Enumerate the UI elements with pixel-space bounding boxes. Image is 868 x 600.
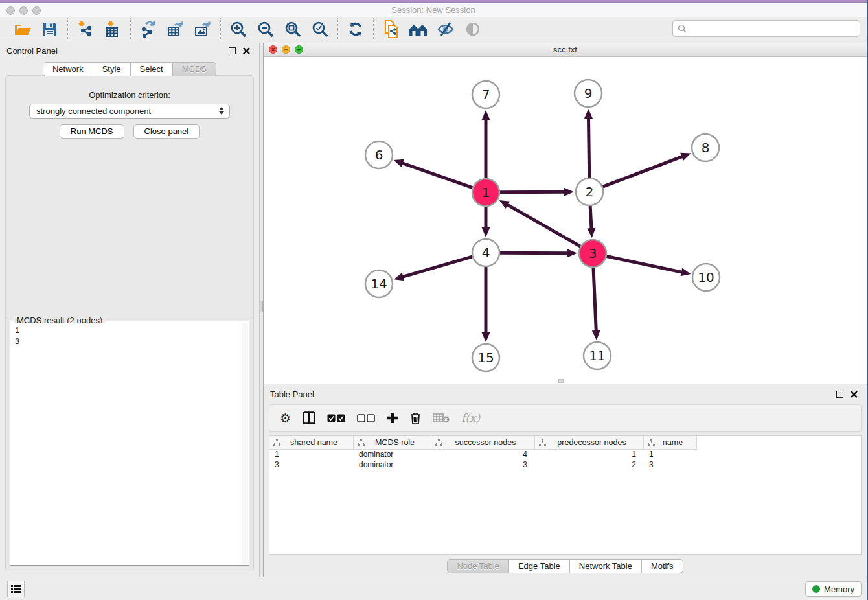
- node-table[interactable]: shared nameMCDS rolesuccessor nodesprede…: [269, 435, 862, 555]
- clone-network-icon[interactable]: [380, 19, 402, 40]
- edge-1-6[interactable]: [402, 163, 472, 187]
- column-header-MCDS-role[interactable]: MCDS role: [354, 436, 431, 450]
- attribute-icon: [435, 439, 443, 446]
- arrowhead-1-4: [482, 227, 490, 237]
- tab-style[interactable]: Style: [93, 62, 131, 76]
- add-column-icon[interactable]: [387, 412, 398, 424]
- edge-3-10[interactable]: [607, 257, 683, 273]
- node-label-4: 4: [482, 245, 490, 260]
- open-session-icon[interactable]: [12, 19, 34, 40]
- cell-shared-name[interactable]: 3: [269, 460, 354, 470]
- window-title: Session: New Session: [0, 5, 867, 15]
- arrowhead-4-14: [394, 273, 404, 281]
- table-row[interactable]: 1dominator411: [269, 450, 861, 460]
- table-tab-edge-table[interactable]: Edge Table: [508, 559, 570, 573]
- arrowhead-3-10: [680, 268, 691, 277]
- edge-4-3[interactable]: [500, 253, 569, 253]
- table-settings-icon[interactable]: ⚙: [280, 411, 291, 425]
- edge-1-2[interactable]: [500, 192, 565, 192]
- float-table-panel-icon[interactable]: [836, 391, 843, 398]
- zoom-fit-icon[interactable]: [282, 19, 304, 40]
- main-toolbar: [0, 17, 867, 41]
- table-tab-node-table[interactable]: Node Table: [447, 559, 509, 573]
- column-header-shared-name[interactable]: shared name: [269, 436, 354, 450]
- edge-3-11[interactable]: [593, 268, 596, 332]
- search-icon: [678, 24, 687, 33]
- control-panel-header: Control Panel: [0, 43, 259, 60]
- export-network-icon[interactable]: [137, 19, 159, 40]
- memory-button[interactable]: Memory: [805, 581, 862, 597]
- criterion-dropdown[interactable]: strongly connected component: [29, 104, 230, 119]
- search-field[interactable]: [672, 20, 860, 37]
- arrowhead-1-7: [482, 110, 490, 120]
- zoom-selected-icon[interactable]: [309, 19, 331, 40]
- network-canvas[interactable]: 1234678910111415: [264, 57, 867, 384]
- node-label-11: 11: [589, 348, 605, 363]
- attribute-icon: [647, 439, 656, 446]
- function-builder-icon: f(x): [461, 411, 480, 424]
- save-session-icon[interactable]: [39, 19, 61, 40]
- tab-network[interactable]: Network: [43, 62, 93, 76]
- table-tab-network-table[interactable]: Network Table: [569, 559, 642, 573]
- table-panel-header: Table Panel: [264, 386, 867, 403]
- cell-successor-nodes[interactable]: 4: [431, 450, 535, 460]
- import-network-icon[interactable]: [74, 19, 97, 40]
- delete-table-icon[interactable]: [433, 413, 450, 423]
- network-graph: 1234678910111415: [264, 57, 867, 384]
- delete-column-icon[interactable]: [410, 411, 421, 424]
- canvas-grip[interactable]: [558, 379, 564, 383]
- cell-successor-nodes[interactable]: 3: [431, 460, 535, 470]
- edge-2-9[interactable]: [588, 117, 589, 178]
- node-label-10: 10: [698, 270, 714, 285]
- float-panel-icon[interactable]: [229, 47, 236, 54]
- import-table-icon[interactable]: [102, 19, 124, 40]
- deselect-all-icon[interactable]: [357, 414, 375, 422]
- select-all-icon[interactable]: [327, 414, 345, 422]
- column-layout-icon[interactable]: [303, 411, 315, 424]
- vertical-splitter[interactable]: [259, 43, 264, 577]
- export-image-icon[interactable]: [192, 19, 214, 40]
- edge-3-1[interactable]: [507, 204, 580, 246]
- export-table-icon[interactable]: [165, 19, 187, 40]
- cell-name[interactable]: 3: [644, 460, 697, 470]
- cell-MCDS-role[interactable]: dominator: [354, 460, 431, 470]
- tab-select[interactable]: Select: [130, 62, 173, 76]
- edge-4-14[interactable]: [402, 257, 472, 277]
- table-row[interactable]: 3dominator323: [269, 460, 861, 470]
- hide-selected-icon[interactable]: [435, 19, 457, 40]
- edge-2-8[interactable]: [603, 156, 683, 187]
- mcds-result-text[interactable]: 1 3: [11, 323, 241, 564]
- column-header-name[interactable]: name: [644, 436, 697, 450]
- node-label-3: 3: [589, 246, 597, 261]
- result-scrollbar[interactable]: [242, 323, 248, 564]
- titlebar: Session: New Session: [0, 3, 867, 17]
- zoom-in-icon[interactable]: [227, 19, 249, 40]
- close-panel-icon[interactable]: [242, 47, 251, 55]
- zoom-out-icon[interactable]: [255, 19, 277, 40]
- show-all-icon[interactable]: [462, 19, 484, 40]
- node-label-7: 7: [482, 87, 490, 102]
- arrowhead-3-11: [592, 330, 600, 340]
- table-tab-motifs[interactable]: Motifs: [641, 559, 683, 573]
- memory-status-icon: [812, 585, 820, 593]
- cell-predecessor-nodes[interactable]: 2: [535, 460, 644, 470]
- column-header-predecessor-nodes[interactable]: predecessor nodes: [535, 436, 644, 450]
- splitter-grip[interactable]: [260, 301, 263, 312]
- close-table-panel-icon[interactable]: [850, 390, 858, 398]
- column-header-successor-nodes[interactable]: successor nodes: [431, 436, 535, 450]
- cell-name[interactable]: 1: [644, 450, 697, 460]
- attribute-icon: [273, 439, 281, 446]
- cell-shared-name[interactable]: 1: [269, 450, 354, 460]
- run-mcds-button[interactable]: Run MCDS: [60, 124, 124, 139]
- cell-MCDS-role[interactable]: dominator: [354, 450, 431, 460]
- tab-mcds[interactable]: MCDS: [172, 62, 216, 76]
- task-history-button[interactable]: [7, 581, 25, 597]
- edge-2-3[interactable]: [590, 206, 591, 229]
- close-panel-button[interactable]: Close panel: [133, 124, 200, 139]
- table-body: 1dominator4113dominator323: [269, 450, 861, 470]
- status-bar: Memory: [0, 577, 867, 600]
- refresh-icon[interactable]: [345, 19, 367, 40]
- first-neighbors-icon[interactable]: [407, 19, 429, 40]
- search-input[interactable]: [687, 22, 860, 35]
- cell-predecessor-nodes[interactable]: 1: [535, 450, 644, 460]
